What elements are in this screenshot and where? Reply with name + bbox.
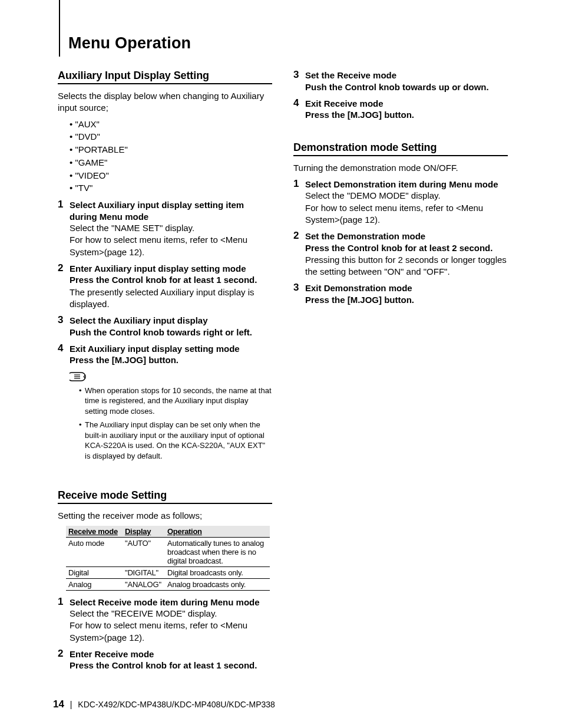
demo-intro: Turning the demonstration mode ON/OFF. — [293, 162, 508, 174]
step-desc: Pressing this button for 2 seconds or lo… — [305, 254, 508, 278]
step-action: Press the [M.JOG] button. — [305, 109, 508, 121]
step-action: Press the Control knob for at least 1 se… — [70, 660, 272, 671]
table-cell: Automatically tunes to analog broadcast … — [165, 537, 270, 566]
aux-step-3: 3 Select the Auxiliary input display Pus… — [58, 315, 272, 338]
step-action: Push the Control knob towards up or down… — [305, 81, 508, 93]
aux-option: "VIDEO" — [70, 169, 272, 182]
aux-option: "AUX" — [70, 118, 272, 131]
step-desc: The presently selected Auxiliary input d… — [70, 286, 272, 311]
aux-option: "DVD" — [70, 130, 272, 143]
receive-mode-table: Receive mode Display Operation Auto mode… — [66, 526, 270, 591]
table-cell: Auto mode — [66, 537, 123, 566]
step-title: Select Demonstration item during Menu mo… — [305, 179, 508, 190]
step-number: 1 — [58, 597, 66, 644]
receive-intro: Setting the receiver mode as follows; — [58, 510, 272, 522]
step-number: 3 — [58, 315, 66, 338]
table-header: Receive mode — [66, 526, 123, 538]
aux-step-1: 1 Select Auxiliary input display setting… — [58, 199, 272, 258]
step-desc: For how to select menu items, refer to <… — [70, 620, 272, 644]
footer-models: KDC-X492/KDC-MP438U/KDC-MP408U/KDC-MP338 — [78, 700, 275, 709]
table-cell: "AUTO" — [123, 537, 165, 566]
step-desc: For how to select menu items, refer to <… — [70, 234, 272, 258]
section-title-demo: Demonstration mode Setting — [293, 141, 508, 156]
table-cell: Digital broadcasts only. — [165, 566, 270, 578]
step-title: Enter Auxiliary input display setting mo… — [70, 263, 272, 275]
step-title: Select Receive mode item during Menu mod… — [70, 597, 272, 608]
table-row: Analog "ANALOG" Analog broadcasts only. — [66, 578, 270, 590]
page-content: Auxiliary Input Display Setting Selects … — [58, 24, 511, 672]
step-number: 2 — [58, 263, 66, 310]
table-cell: "DIGITAL" — [123, 566, 165, 578]
step-desc: Select the "NAME SET" display. — [70, 222, 272, 234]
note-item: When operation stops for 10 seconds, the… — [79, 386, 272, 417]
step-title: Exit Receive mode — [305, 98, 508, 110]
receive-step-4: 4 Exit Receive mode Press the [M.JOG] bu… — [293, 98, 508, 121]
aux-step-2: 2 Enter Auxiliary input display setting … — [58, 263, 272, 310]
step-action: Press the [M.JOG] button. — [305, 294, 508, 306]
table-row: Digital "DIGITAL" Digital broadcasts onl… — [66, 566, 270, 578]
page-footer: 14 | KDC-X492/KDC-MP438U/KDC-MP408U/KDC-… — [53, 699, 275, 710]
aux-option: "TV" — [70, 182, 272, 195]
aux-step-4: 4 Exit Auxiliary input display setting m… — [58, 343, 272, 465]
demo-step-1: 1 Select Demonstration item during Menu … — [293, 179, 508, 226]
table-header: Operation — [165, 526, 270, 538]
table-cell: Analog broadcasts only. — [165, 578, 270, 590]
step-number: 2 — [293, 230, 302, 278]
step-desc: For how to select menu items, refer to <… — [305, 202, 508, 226]
step-action: Press the Control knob for at least 1 se… — [70, 274, 272, 286]
receive-step-2: 2 Enter Receive mode Press the Control k… — [58, 648, 272, 672]
step-number: 2 — [58, 648, 66, 672]
step-action: Press the Control knob for at least 2 se… — [305, 242, 508, 254]
table-header: Display — [123, 526, 165, 538]
demo-step-3: 3 Exit Demonstration mode Press the [M.J… — [293, 282, 508, 306]
step-title: Select Auxiliary input display setting i… — [70, 199, 272, 222]
section-title-receive: Receive mode Setting — [58, 489, 272, 504]
demo-step-2: 2 Set the Demonstration mode Press the C… — [293, 230, 508, 278]
step-title: Set the Receive mode — [305, 70, 508, 81]
receive-step-1: 1 Select Receive mode item during Menu m… — [58, 597, 272, 644]
note-icon — [70, 370, 272, 383]
step-action: Press the [M.JOG] button. — [70, 354, 272, 366]
aux-notes: When operation stops for 10 seconds, the… — [70, 386, 272, 462]
step-desc: Select the "RECEIVE MODE" display. — [70, 608, 272, 620]
receive-step-3: 3 Set the Receive mode Push the Control … — [293, 70, 508, 93]
step-title: Exit Auxiliary input display setting mod… — [70, 343, 272, 355]
table-cell: Analog — [66, 578, 123, 590]
aux-option: "GAME" — [70, 156, 272, 169]
left-column: Auxiliary Input Display Setting Selects … — [58, 70, 272, 672]
step-title: Set the Demonstration mode — [305, 230, 508, 242]
step-desc: Select the "DEMO MODE" display. — [305, 190, 508, 202]
footer-separator: | — [67, 700, 76, 709]
aux-option: "PORTABLE" — [70, 143, 272, 156]
step-title: Exit Demonstration mode — [305, 282, 508, 294]
step-number: 4 — [58, 343, 66, 465]
step-number: 4 — [293, 98, 302, 121]
aux-intro: Selects the display below when changing … — [58, 90, 272, 114]
step-action: Push the Control knob towards right or l… — [70, 327, 272, 338]
table-cell: "ANALOG" — [123, 578, 165, 590]
aux-options: "AUX" "DVD" "PORTABLE" "GAME" "VIDEO" "T… — [58, 118, 272, 195]
step-title: Select the Auxiliary input display — [70, 315, 272, 327]
table-cell: Digital — [66, 566, 123, 578]
right-column: 3 Set the Receive mode Push the Control … — [293, 70, 508, 672]
page-number: 14 — [53, 699, 64, 710]
step-number: 1 — [58, 199, 66, 258]
section-title-aux: Auxiliary Input Display Setting — [58, 70, 272, 84]
step-number: 1 — [293, 179, 302, 226]
step-title: Enter Receive mode — [70, 648, 272, 660]
step-number: 3 — [293, 70, 302, 93]
note-item: The Auxiliary input display can be set o… — [79, 420, 272, 461]
step-number: 3 — [293, 282, 302, 306]
table-row: Auto mode "AUTO" Automatically tunes to … — [66, 537, 270, 566]
